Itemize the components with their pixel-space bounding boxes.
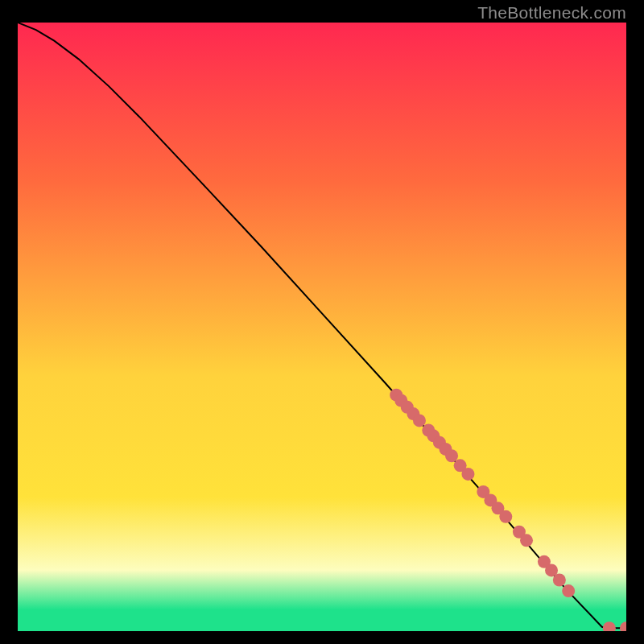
plot-area [18,23,626,631]
gradient-background [18,23,626,631]
data-point [461,468,474,481]
data-point [499,510,512,523]
plot-svg [18,23,626,631]
data-point [445,449,458,462]
chart-stage: TheBottleneck.com [0,0,644,644]
data-point [562,584,575,597]
data-point [413,414,426,427]
watermark-text: TheBottleneck.com [477,3,626,23]
data-point [520,534,533,547]
data-point [553,574,566,587]
